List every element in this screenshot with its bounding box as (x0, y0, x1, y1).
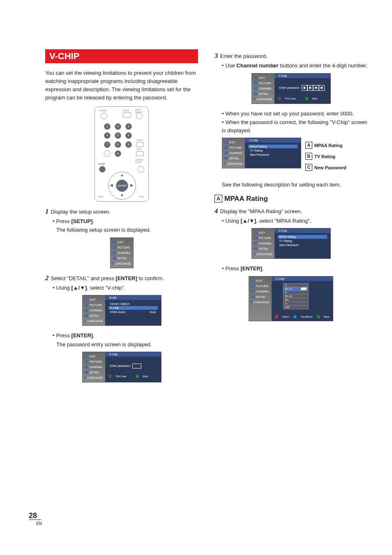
step-3a: •Use Channel number buttons and enter th… (222, 62, 367, 70)
step-4: 4Display the "MPAA Rating" screen. (214, 207, 367, 215)
osd-password-filled: EXIT PICTURE CHANNEL DETAIL LANGUAGE V-C… (251, 73, 331, 104)
step-3: 3Enter the password. (214, 52, 367, 60)
heading-mpaa: AMPAA Rating (214, 195, 367, 203)
osd-setup: EXIT PICTURE CHANNEL DETAIL LANGUAGE (110, 237, 134, 268)
step-2d: The password entry screen is displayed. (56, 341, 198, 349)
step-2a: •Using [▲/▼], select "V-chip". (53, 284, 198, 292)
step-4a: •Using [▲/▼], select "MPAA Rating". (222, 217, 367, 225)
step-3-note: See the following description for settin… (222, 181, 367, 189)
section-title: V-CHIP (45, 49, 198, 63)
step-2c: •Press [ENTER]. (53, 332, 198, 340)
osd-password-blank: EXIT PICTURE CHANNEL DETAIL LANGUAGE V-C… (82, 352, 161, 382)
step-1a: •Press [SETUP]. (53, 217, 198, 226)
osd-vchip-menu: EXIT PICTURE CHANNEL DETAIL LANGUAGE V-C… (222, 138, 301, 168)
step-2: 2Select "DETAIL" and press [ENTER] to co… (45, 274, 198, 282)
osd-detail: EXIT PICTURE CHANNEL DETAIL LANGUAGE Det… (82, 295, 161, 326)
intro-text: You can set the viewing limitations to p… (45, 69, 198, 102)
remote-figure: POWER SLEEP INPUT SELECT 1 2 3 4 5 6 7 8… (95, 106, 149, 202)
page-number: 28 EN (29, 511, 42, 526)
callout-labels: AMPAA Rating BTV Rating CNew Password (305, 138, 346, 175)
osd-mpaa-ratings: EXIT PICTURE CHANNEL DETAIL LANGUAGE V-C… (249, 276, 333, 321)
osd-mpaa-select: EXIT PICTURE CHANNEL DETAIL LANGUAGE V-C… (251, 228, 331, 259)
step-4b: •Press [ENTER]. (222, 265, 367, 273)
step-3c: •When the password is correct, the follo… (222, 118, 367, 134)
step-3b: •When you have not set up your password,… (222, 110, 367, 118)
step-1: 1Display the setup screen. (45, 207, 198, 216)
step-1b: The following setup screen is displayed. (56, 226, 198, 234)
